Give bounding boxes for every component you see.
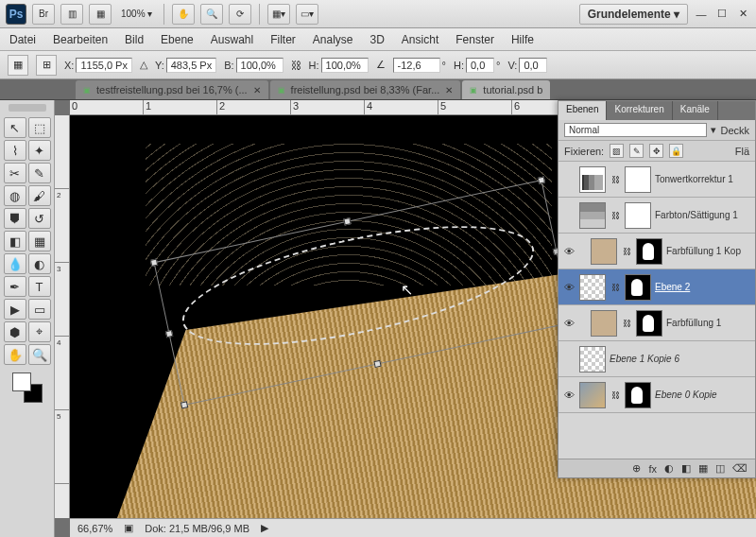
3d-camera-tool[interactable]: ⌖ — [28, 321, 51, 342]
visibility-toggle-icon[interactable]: 👁 — [562, 389, 576, 402]
layer-row[interactable]: 👁 ⛓ Farbfüllung 1 — [558, 305, 755, 341]
layer-name[interactable]: Farbfüllung 1 — [666, 318, 751, 328]
layer-name[interactable]: Farbton/Sättigung 1 — [655, 210, 751, 220]
zoom-tool[interactable]: 🔍 — [28, 344, 51, 365]
workspace-switcher[interactable]: Grundelemente ▾ — [579, 4, 688, 25]
layer-name[interactable]: Ebene 1 Kopie 6 — [610, 354, 751, 364]
view-extras-button[interactable]: ▦ — [89, 4, 112, 25]
tab-close-icon[interactable]: ✕ — [253, 85, 261, 95]
visibility-toggle-icon[interactable]: 👁 — [562, 317, 576, 330]
heal-tool[interactable]: ◍ — [4, 185, 26, 206]
doc-info-icon[interactable]: ▣ — [124, 522, 133, 534]
menu-fenster[interactable]: Fenster — [455, 33, 494, 46]
maximize-button[interactable]: ☐ — [714, 8, 730, 21]
angle-value-input[interactable]: -12,6 — [393, 58, 440, 73]
gradient-tool[interactable]: ▦ — [28, 231, 51, 251]
layer-name[interactable]: Farbfüllung 1 Kop — [666, 246, 751, 256]
adjustment-layer-icon[interactable]: ◧ — [681, 462, 691, 475]
panel-drag-handle[interactable] — [9, 104, 46, 112]
layer-mask-thumb[interactable] — [625, 202, 651, 229]
eyedropper-tool[interactable]: ✎ — [28, 163, 51, 183]
reference-point-icon[interactable]: ⊞ — [36, 55, 57, 76]
status-arrow-icon[interactable]: ▶ — [261, 522, 268, 534]
hand-tool[interactable]: ✋ — [4, 344, 26, 365]
group-icon[interactable]: ▦ — [698, 462, 708, 475]
layer-mask-thumb[interactable] — [625, 382, 651, 408]
arrange-docs-button[interactable]: ▦▾ — [267, 4, 290, 25]
3d-tool[interactable]: ⬢ — [4, 321, 26, 342]
dodge-tool[interactable]: ◐ — [28, 253, 51, 274]
menu-ebene[interactable]: Ebene — [161, 33, 194, 46]
close-button[interactable]: ✕ — [735, 8, 750, 21]
eraser-tool[interactable]: ◧ — [4, 231, 26, 251]
layer-mask-thumb[interactable] — [636, 238, 662, 265]
path-select-tool[interactable]: ▶ — [4, 299, 26, 320]
wand-tool[interactable]: ✦ — [28, 140, 51, 161]
visibility-toggle-icon[interactable] — [562, 209, 576, 222]
layer-name[interactable]: Ebene 0 Kopie — [655, 390, 751, 400]
history-brush-tool[interactable]: ↺ — [28, 208, 51, 229]
visibility-toggle-icon[interactable]: 👁 — [562, 245, 576, 258]
screen-mode-button[interactable]: ▭▾ — [296, 4, 318, 25]
layer-thumb[interactable] — [579, 166, 606, 193]
layer-thumb[interactable] — [579, 346, 606, 372]
lock-position-icon[interactable]: ✥ — [649, 144, 663, 158]
menu-bearbeiten[interactable]: Bearbeiten — [53, 33, 108, 46]
visibility-toggle-icon[interactable] — [562, 173, 576, 186]
hand-tool-icon[interactable]: ✋ — [172, 4, 195, 25]
link-icon[interactable]: ⛓ — [291, 60, 301, 71]
menu-datei[interactable]: Datei — [9, 33, 36, 46]
link-layers-icon[interactable]: ⊕ — [632, 462, 641, 475]
h-value-input[interactable]: 100,0% — [321, 58, 369, 73]
menu-hilfe[interactable]: Hilfe — [511, 33, 534, 46]
tab-korrekturen[interactable]: Korrekturen — [607, 101, 672, 120]
minimize-button[interactable]: — — [694, 8, 709, 21]
lock-transparency-icon[interactable]: ▨ — [610, 144, 624, 158]
lasso-tool[interactable]: ⌇ — [4, 140, 26, 161]
crop-tool[interactable]: ✂ — [4, 163, 26, 183]
x-value-input[interactable]: 1155,0 Px — [76, 58, 132, 73]
shape-tool[interactable]: ▭ — [28, 299, 51, 320]
foreground-color[interactable] — [12, 372, 31, 391]
layer-row[interactable]: 👁 ⛓ Farbfüllung 1 Kop — [558, 234, 755, 269]
tab-kanaele[interactable]: Kanäle — [673, 101, 718, 120]
menu-auswahl[interactable]: Auswahl — [211, 33, 253, 46]
new-layer-icon[interactable]: ◫ — [715, 462, 725, 475]
layer-thumb[interactable] — [591, 238, 617, 265]
rotate-view-icon[interactable]: ⟳ — [229, 4, 251, 25]
layer-mask-icon[interactable]: ◐ — [664, 462, 674, 475]
pen-tool[interactable]: ✒ — [4, 276, 26, 297]
layer-row[interactable]: ⛓ Farbton/Sättigung 1 — [558, 198, 755, 234]
lock-all-icon[interactable]: 🔒 — [669, 144, 683, 158]
move-tool[interactable]: ↖ — [4, 117, 26, 138]
layer-mask-thumb[interactable] — [636, 310, 662, 337]
delete-layer-icon[interactable]: ⌫ — [732, 462, 747, 475]
layer-mask-thumb[interactable] — [625, 166, 651, 193]
type-tool[interactable]: T — [28, 276, 51, 297]
brush-tool[interactable]: 🖌 — [28, 185, 51, 206]
layer-row[interactable]: 👁 ⛓ Ebene 2 — [558, 269, 755, 305]
menu-3d[interactable]: 3D — [370, 33, 385, 46]
document-tab[interactable]: ▣tutorial.psd b — [462, 80, 550, 99]
menu-ansicht[interactable]: Ansicht — [402, 33, 438, 46]
hskew-value-input[interactable]: 0,0 — [466, 58, 494, 73]
layer-mask-thumb[interactable] — [625, 274, 651, 301]
document-tab[interactable]: ▣testfreistellung.psd bei 16,7% (...✕ — [76, 80, 268, 99]
vertical-ruler[interactable]: 2345 — [55, 115, 70, 518]
layer-row[interactable]: Ebene 1 Kopie 6 — [558, 341, 755, 377]
y-value-input[interactable]: 483,5 Px — [166, 58, 216, 73]
visibility-toggle-icon[interactable] — [562, 353, 576, 366]
bridge-button[interactable]: Br — [32, 4, 55, 25]
layer-row[interactable]: ⛓ Tonwertkorrektur 1 — [558, 162, 755, 198]
zoom-status[interactable]: 66,67% — [77, 523, 112, 534]
visibility-toggle-icon[interactable]: 👁 — [562, 281, 576, 294]
tab-close-icon[interactable]: ✕ — [445, 85, 453, 95]
color-swatches[interactable] — [12, 372, 43, 403]
blur-tool[interactable]: 💧 — [4, 253, 26, 274]
layer-row[interactable]: 👁 ⛓ Ebene 0 Kopie — [558, 377, 755, 413]
zoom-level-dropdown[interactable]: 100% ▾ — [117, 7, 156, 21]
layer-thumb[interactable] — [579, 382, 606, 408]
zoom-tool-icon[interactable]: 🔍 — [200, 4, 223, 25]
menu-analyse[interactable]: Analyse — [313, 33, 353, 46]
layer-thumb[interactable] — [579, 202, 606, 229]
